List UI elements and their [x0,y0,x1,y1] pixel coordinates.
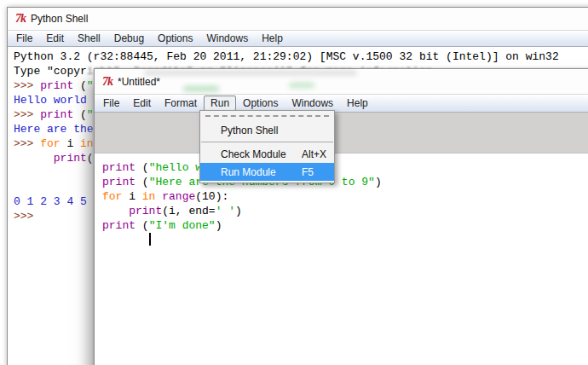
editor-gray-band [95,113,588,154]
shell-title-bar[interactable]: 7k Python Shell [8,8,588,30]
menu-item-edit[interactable]: Edit [39,31,71,46]
code-line: print(i, end=' ') [102,204,588,218]
menu-item-options[interactable]: Options [151,31,199,46]
menu-item-shell[interactable]: Shell [71,31,107,46]
editor-menu-bar: FileEditFormatRunOptionsWindowsHelp [95,94,588,113]
code-line: for i in range(10): [102,189,588,204]
menu-item-file[interactable]: File [96,96,126,111]
shell-menu-bar: FileEditShellDebugOptionsWindowsHelp [8,30,588,47]
menu-item-run[interactable]: Run [204,96,236,111]
code-line [102,233,588,247]
menu-item-shortcut: Alt+X [302,148,327,160]
editor-window: 7k *Untitled* FileEditFormatRunOptionsWi… [94,68,588,365]
editor-window-title: *Untitled* [118,76,160,88]
menu-item-label: Run Module [221,166,302,178]
menu-item-format[interactable]: Format [158,96,204,111]
menu-item-run-module[interactable]: Run ModuleF5 [200,163,334,181]
tk-app-icon[interactable]: 7k [15,13,26,25]
code-line: print ("Here are the numbers from 0 to 9… [102,175,588,189]
editor-text-area[interactable]: print ("hello world")print ("Here are th… [95,154,588,247]
run-dropdown-menu: Python ShellCheck ModuleAlt+XRun ModuleF… [199,110,335,183]
menu-item-help[interactable]: Help [340,96,375,111]
glass-ghost-blur [183,86,219,91]
menu-item-file[interactable]: File [9,31,39,46]
menu-item-check-module[interactable]: Check ModuleAlt+X [200,145,334,163]
menu-item-windows[interactable]: Windows [285,96,340,111]
menu-item-edit[interactable]: Edit [126,96,158,111]
tk-app-icon[interactable]: 7k [102,76,112,88]
glass-ghost-blur [144,71,357,75]
code-line: print ("I'm done") [102,218,588,233]
menu-item-options[interactable]: Options [236,96,285,111]
menu-item-label: Python Shell [221,125,302,136]
menu-item-label: Check Module [221,148,302,160]
menu-item-windows[interactable]: Windows [199,31,255,46]
shell-window-title: Python Shell [31,13,88,25]
menu-item-help[interactable]: Help [255,31,290,46]
menu-item-shortcut: F5 [302,166,327,178]
code-line: print ("hello world") [102,160,588,175]
menu-tearoff-handle[interactable] [200,111,334,121]
menu-item-debug[interactable]: Debug [107,31,151,46]
menu-item-python-shell[interactable]: Python Shell [200,121,334,139]
glass-ghost-blur [289,83,314,88]
desktop: 7k Python Shell FileEditShellDebugOption… [0,0,588,365]
editor-title-bar[interactable]: 7k *Untitled* [95,69,588,94]
menu-separator [201,142,333,142]
text-caret [149,233,151,246]
code-line: Python 3.2 (r32:88445, Feb 20 2011, 21:2… [14,49,588,64]
